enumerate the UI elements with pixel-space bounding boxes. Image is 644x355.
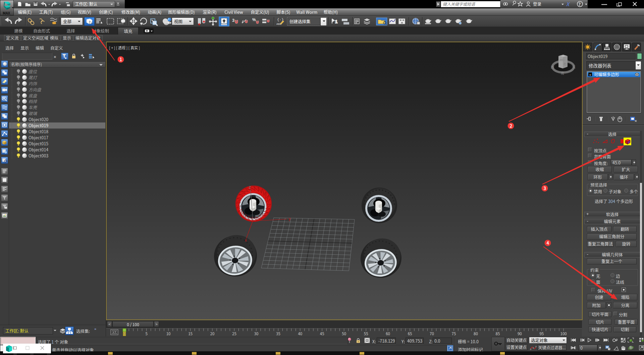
svg-text:南: 南 <box>561 70 564 75</box>
svg-text:3: 3 <box>232 18 234 23</box>
svg-text:z: z <box>249 184 251 190</box>
svg-text:75: 75 <box>452 331 456 336</box>
svg-text:35: 35 <box>276 331 280 336</box>
svg-text:20: 20 <box>210 331 215 336</box>
svg-text:25: 25 <box>232 331 236 336</box>
svg-text:30: 30 <box>254 331 259 336</box>
svg-text:95: 95 <box>539 331 544 336</box>
svg-text:65: 65 <box>408 331 412 336</box>
svg-text:右: 右 <box>564 62 567 66</box>
svg-text:55: 55 <box>364 331 368 336</box>
svg-text:?: ? <box>579 1 581 7</box>
svg-text:100: 100 <box>560 331 567 336</box>
svg-text:90: 90 <box>518 331 522 336</box>
svg-text:45: 45 <box>320 331 324 336</box>
svg-text:1: 1 <box>335 19 337 24</box>
svg-text:%: % <box>252 17 256 22</box>
svg-text:ABC: ABC <box>276 22 282 26</box>
svg-text:40: 40 <box>298 331 302 336</box>
svg-text:70: 70 <box>430 331 434 336</box>
svg-text:0: 0 <box>123 331 125 336</box>
svg-text:60: 60 <box>386 331 390 336</box>
svg-text:85: 85 <box>496 331 500 336</box>
svg-text:登录: 登录 <box>533 1 541 7</box>
svg-text:x: x <box>245 237 247 243</box>
svg-text:50: 50 <box>342 331 346 336</box>
svg-text:二: 二 <box>560 56 563 60</box>
svg-text:5: 5 <box>146 331 148 336</box>
svg-text:15: 15 <box>188 331 193 336</box>
svg-text:10: 10 <box>166 331 171 336</box>
svg-text:X: X <box>566 0 570 7</box>
svg-text:西: 西 <box>551 64 554 69</box>
svg-text:东: 东 <box>572 64 576 69</box>
svg-text:y: y <box>288 215 291 221</box>
svg-text:80: 80 <box>474 331 478 336</box>
